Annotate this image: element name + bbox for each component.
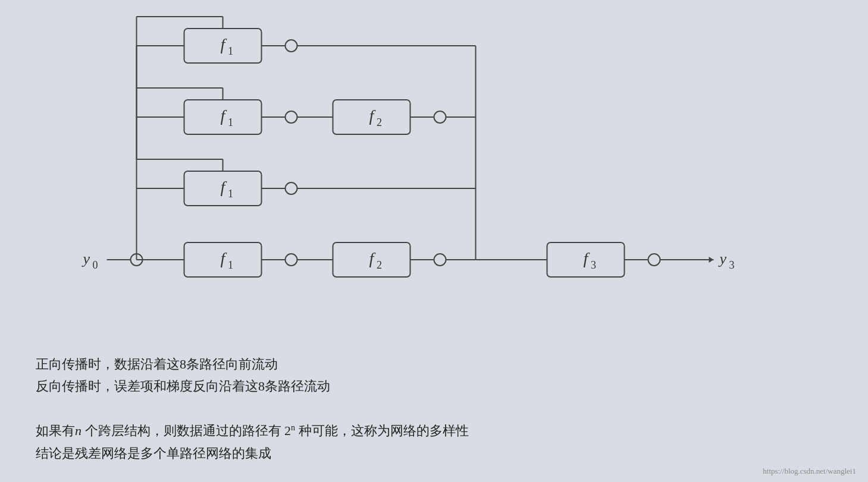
svg-text:1: 1 — [228, 45, 233, 57]
svg-text:2: 2 — [377, 259, 382, 271]
svg-text:2: 2 — [377, 116, 382, 128]
svg-point-24 — [286, 182, 297, 194]
svg-text:f: f — [369, 249, 376, 267]
svg-point-27 — [648, 254, 660, 266]
svg-point-23 — [434, 111, 446, 123]
svg-marker-53 — [709, 257, 714, 263]
diagram-area: f 1 f 1 f 2 f 1 f 1 f 2 f 3 — [36, 12, 832, 303]
text-line3-pre: 如果有 — [36, 423, 75, 438]
text-line-2: 反向传播时，误差项和梯度反向沿着这8条路径流动 — [36, 375, 469, 397]
svg-text:y: y — [82, 250, 90, 267]
svg-text:f: f — [369, 106, 376, 125]
text-line3-n: n — [75, 423, 82, 438]
svg-text:f: f — [584, 249, 590, 267]
text-line-3: 如果有n 个跨层结构，则数据通过的路径有 2n 种可能，这称为网络的多样性 — [36, 420, 469, 442]
text-line-4: 结论是残差网络是多个单路径网络的集成 — [36, 442, 469, 464]
svg-text:3: 3 — [591, 259, 596, 271]
text-line3-mid: 个跨层结构，则数据通过的路径有 2 — [82, 423, 291, 438]
svg-point-22 — [286, 111, 297, 123]
text-line-1: 正向传播时，数据沿着这8条路径向前流动 — [36, 353, 469, 375]
svg-text:f: f — [221, 178, 227, 196]
svg-text:f: f — [221, 106, 227, 125]
text-line3-sup: n — [291, 423, 295, 432]
svg-text:0: 0 — [93, 259, 98, 271]
svg-text:f: f — [221, 249, 227, 267]
text-area: 正向传播时，数据沿着这8条路径向前流动 反向传播时，误差项和梯度反向沿着这8条路… — [36, 353, 469, 464]
main-container: f 1 f 1 f 2 f 1 f 1 f 2 f 3 — [0, 0, 868, 482]
circuit-svg: f 1 f 1 f 2 f 1 f 1 f 2 f 3 — [36, 12, 832, 303]
svg-text:1: 1 — [228, 259, 233, 271]
svg-text:y: y — [718, 250, 727, 267]
watermark: https://blog.csdn.net/wanglei1 — [763, 467, 856, 476]
svg-text:1: 1 — [228, 116, 233, 128]
svg-text:f: f — [221, 35, 227, 53]
svg-point-21 — [286, 40, 297, 52]
svg-text:1: 1 — [228, 188, 233, 200]
text-line3-post: 种可能，这称为网络的多样性 — [295, 423, 469, 438]
svg-point-25 — [286, 254, 297, 266]
svg-text:3: 3 — [729, 259, 735, 271]
svg-point-26 — [434, 254, 446, 266]
